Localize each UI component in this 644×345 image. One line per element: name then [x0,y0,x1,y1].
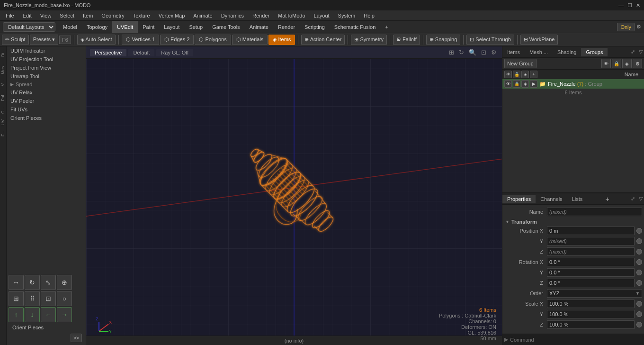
layout-tab-model[interactable]: Model [58,21,82,33]
dot-grid-icon-btn[interactable]: ⠿ [25,291,40,306]
orient-pieces-btn[interactable]: Orient Pieces [9,323,84,332]
command-input[interactable] [510,337,642,343]
items-settings-btn[interactable]: ⚙ [633,59,642,68]
layout-tab-add[interactable]: + [382,22,391,32]
layout-tab-schematic-fusion[interactable]: Schematic Fusion [330,21,380,33]
pos-z-value[interactable]: (mixed) [547,247,635,256]
vertices-btn[interactable]: ⬡ Vertices 1 [122,35,159,45]
vp-zoom-btn[interactable]: 🔍 [467,48,478,56]
vp-refresh-btn[interactable]: ↻ [457,48,465,56]
menu-item-view[interactable]: View [36,12,55,19]
strip-tab-C[interactable]: C... [0,104,6,117]
layout-selector[interactable]: Default Layouts [3,22,55,32]
order-value[interactable]: XYZ ▼ [547,289,642,298]
panel-item-orient-pieces[interactable]: Orient Pieces [7,114,86,122]
tab-shading[interactable]: Shading [553,48,581,56]
group-item-row[interactable]: 👁 🔒 ◈ ▶ 📁 Fire_Nozzle (7) : Group [502,79,644,89]
scale-z-value[interactable]: 100.0 % [547,320,635,329]
layout-tab-uvedit[interactable]: UVEdit [112,21,138,33]
right-icon-btn[interactable]: → [57,307,72,322]
layout-tab-render[interactable]: Render [273,21,300,33]
items-lock-btn[interactable]: 🔒 [612,59,621,68]
tab-items[interactable]: Items [502,48,525,56]
tab-groups[interactable]: Groups [581,48,608,56]
maximize-btn[interactable]: ☐ [627,2,632,9]
grid-icon-btn[interactable]: ⊞ [9,291,24,306]
strip-tab-V[interactable]: V... [0,77,6,89]
tab-properties[interactable]: Properties [502,195,536,203]
items-collapse-btn[interactable]: ▽ [637,48,644,55]
name-value[interactable]: (mixed) [547,208,642,216]
panel-item-uv-peeler[interactable]: UV Peeler [7,97,86,105]
items-expand-btn[interactable]: ⤢ [629,48,636,55]
left-icon-btn[interactable]: ← [41,307,56,322]
minimize-btn[interactable]: — [618,2,624,9]
rot-y-value[interactable]: 0.0 ° [547,268,635,277]
edges-btn[interactable]: ⬡ Edges 2 [160,35,194,45]
menu-item-system[interactable]: System [334,12,359,19]
strip-tab-Di[interactable]: Di... [0,46,6,60]
menu-item-texture[interactable]: Texture [129,12,154,19]
menu-item-animate[interactable]: Animate [189,12,216,19]
tab-lists[interactable]: Lists [567,195,588,203]
panel-item-uv-projection-tool[interactable]: UV Projection Tool [7,55,86,64]
menu-item-edit[interactable]: Edit [19,12,36,19]
scale-y-value[interactable]: 100.0 % [547,310,635,318]
action-center-btn[interactable]: ⊕ Action Center [301,35,345,45]
strip-tab-Pol[interactable]: Pol... [0,89,6,104]
down-icon-btn[interactable]: ↓ [25,307,40,322]
menu-item-dynamics[interactable]: Dynamics [217,12,248,19]
layout-tab-layout[interactable]: Layout [159,21,184,33]
scale-icon-btn[interactable]: ⤡ [41,275,56,290]
menu-item-geometry[interactable]: Geometry [98,12,128,19]
tab-mesh[interactable]: Mesh ... [525,48,553,56]
vp-tab-1[interactable]: Default [128,49,154,56]
menu-item-select[interactable]: Select [56,12,78,19]
tab-channels[interactable]: Channels [536,195,567,203]
menu-item-render[interactable]: Render [249,12,273,19]
scale-x-value[interactable]: 100.0 % [547,300,635,308]
layout-tab-scripting[interactable]: Scripting [300,21,330,33]
col-render-btn[interactable]: ◈ [521,71,529,78]
items-btn[interactable]: ◈ Items [268,35,295,45]
new-group-button[interactable]: New Group [504,59,537,68]
auto-select-btn[interactable]: ◈ Auto Select [77,35,116,45]
menu-item-help[interactable]: Help [360,12,378,19]
items-eye-btn[interactable]: 👁 [601,59,611,68]
viewport-canvas[interactable]: 6 Items Polygons : Catmull-Clark Channel… [86,59,502,345]
rot-z-value[interactable]: 0.0 ° [547,279,635,287]
vp-frame-btn[interactable]: ⊡ [480,48,488,56]
layout-tab-paint[interactable]: Paint [138,21,159,33]
vp-tab-2[interactable]: Ray GL: Off [156,49,193,56]
row-extra-btn[interactable]: ▶ [530,80,537,88]
materials-btn[interactable]: ⬡ Materials [232,35,268,45]
panel-item-uv-relax[interactable]: UV Relax [7,88,86,97]
symmetry-btn[interactable]: ⊞ Symmetry [351,35,387,45]
strip-tab-Mes[interactable]: Mes... [0,60,6,77]
menu-item-file[interactable]: File [2,12,18,19]
layout-tab-game-tools[interactable]: Game Tools [207,21,245,33]
only-button[interactable]: Only [617,23,635,31]
row-lock-btn[interactable]: 🔒 [513,80,520,88]
move-icon-btn[interactable]: ↔ [9,275,24,290]
row-render-btn[interactable]: ◈ [521,80,529,88]
layout-tab-animate[interactable]: Animate [245,21,273,33]
col-eye-btn[interactable]: 👁 [504,71,512,78]
pos-y-value[interactable]: (mixed) [547,237,635,245]
strip-tab-F[interactable]: F... [0,128,6,139]
menu-item-item[interactable]: Item [79,12,97,19]
panel-item-project-from-view[interactable]: Project from View [7,64,86,72]
panel-expand-btn[interactable]: >> [71,334,82,342]
props-options-btn[interactable]: ▽ [637,195,644,202]
strip-tab-UV[interactable]: UV [0,117,6,128]
select-through-btn[interactable]: ⊡ Select Through [466,35,514,45]
vp-layout-btn[interactable]: ⊞ [447,48,456,56]
props-expand-btn[interactable]: ⤢ [629,195,636,202]
props-add-btn[interactable]: + [606,195,609,203]
col-lock-btn[interactable]: 🔒 [513,71,520,78]
presets-btn[interactable]: Presets ▾ [30,35,58,45]
pos-x-value[interactable]: 0 m [547,227,635,235]
sphere-icon-btn[interactable]: ○ [57,291,72,306]
up-icon-btn[interactable]: ↑ [9,307,24,322]
menu-item-mattomodo[interactable]: MatToModo [274,12,309,19]
